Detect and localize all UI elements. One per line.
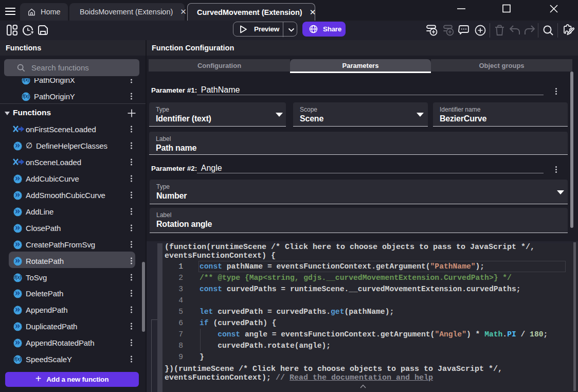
svg-text:f(x): f(x) [23,78,30,82]
svg-text:f(x): f(x) [14,357,22,362]
svg-text:f(x): f(x) [23,94,30,99]
svg-text:f(x): f(x) [14,275,22,280]
